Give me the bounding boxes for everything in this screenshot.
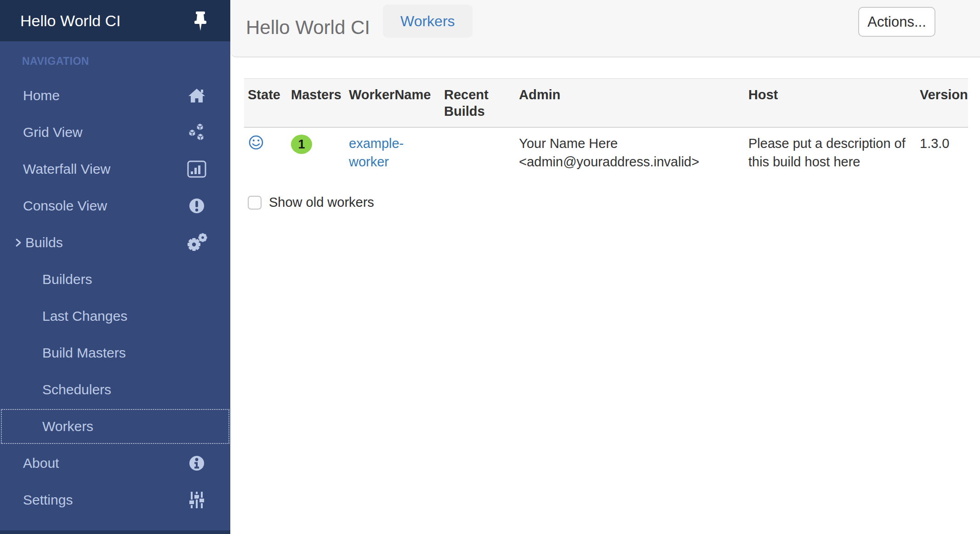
chevron-right-icon — [13, 237, 24, 248]
sidebar-item-waterfall-view[interactable]: Waterfall View — [0, 151, 230, 187]
workers-table: State Masters WorkerName Recent Builds A… — [244, 78, 968, 177]
sidebar-item-console-view[interactable]: Console View — [0, 187, 230, 224]
home-icon — [186, 77, 207, 114]
col-host: Host — [745, 79, 916, 127]
col-admin: Admin — [515, 79, 745, 127]
sidebar-item-builds[interactable]: Builds — [0, 224, 230, 261]
state-cell — [244, 127, 287, 177]
main-header: Hello World CI Workers Actions... — [230, 0, 980, 57]
show-old-workers-row: Show old workers — [244, 195, 968, 210]
worker-link[interactable]: example-worker — [349, 136, 404, 169]
main-area: Hello World CI Workers Actions... State … — [230, 0, 980, 534]
sidebar-header: Hello World CI — [0, 0, 230, 41]
sidebar-footer — [0, 530, 230, 534]
admin-cell: Your Name Here <admin@youraddress.invali… — [515, 127, 745, 177]
sidebar-item-last-changes[interactable]: Last Changes — [0, 298, 230, 335]
bar-chart-icon — [186, 151, 207, 187]
cubes-icon — [186, 114, 207, 151]
version-cell: 1.3.0 — [916, 127, 968, 177]
col-state: State — [244, 79, 287, 127]
sidebar-item-settings[interactable]: Settings — [0, 482, 230, 518]
table-row: 1 example-worker Your Name Here <admin@y… — [244, 127, 968, 177]
show-old-workers-label[interactable]: Show old workers — [269, 195, 374, 210]
workername-cell: example-worker — [345, 127, 440, 177]
cogs-icon — [186, 224, 207, 261]
sliders-icon — [186, 482, 207, 518]
sidebar-item-builders[interactable]: Builders — [0, 261, 230, 298]
sidebar-item-grid-view[interactable]: Grid View — [0, 114, 230, 151]
tab-workers[interactable]: Workers — [383, 5, 473, 38]
masters-count-badge: 1 — [291, 135, 312, 154]
sidebar: Hello World CI NAVIGATION Home — [0, 0, 230, 534]
app-title[interactable]: Hello World CI — [20, 0, 121, 41]
info-circle-icon — [186, 445, 207, 482]
col-masters: Masters — [287, 79, 345, 127]
workers-content: State Masters WorkerName Recent Builds A… — [244, 78, 968, 210]
table-header-row: State Masters WorkerName Recent Builds A… — [244, 79, 968, 127]
pin-icon[interactable] — [193, 11, 208, 32]
page-title: Hello World CI — [246, 0, 370, 57]
sidebar-item-build-masters[interactable]: Build Masters — [0, 335, 230, 371]
smiley-icon — [248, 139, 264, 153]
sidebar-item-schedulers[interactable]: Schedulers — [0, 371, 230, 408]
nav-list: Home Grid View — [0, 77, 230, 518]
recent-builds-cell — [440, 127, 515, 177]
sidebar-item-about[interactable]: About — [0, 445, 230, 482]
col-recent-builds: Recent Builds — [440, 79, 515, 127]
col-workername: WorkerName — [345, 79, 440, 127]
show-old-workers-checkbox[interactable] — [248, 196, 262, 210]
nav-caption: NAVIGATION — [22, 55, 89, 68]
host-cell: Please put a description of this build h… — [745, 127, 916, 177]
col-version: Version — [916, 79, 968, 127]
exclamation-circle-icon — [186, 187, 207, 224]
actions-button[interactable]: Actions... — [858, 7, 935, 37]
masters-cell: 1 — [287, 127, 345, 177]
sidebar-item-home[interactable]: Home — [0, 77, 230, 114]
sidebar-item-workers[interactable]: Workers — [0, 408, 230, 445]
